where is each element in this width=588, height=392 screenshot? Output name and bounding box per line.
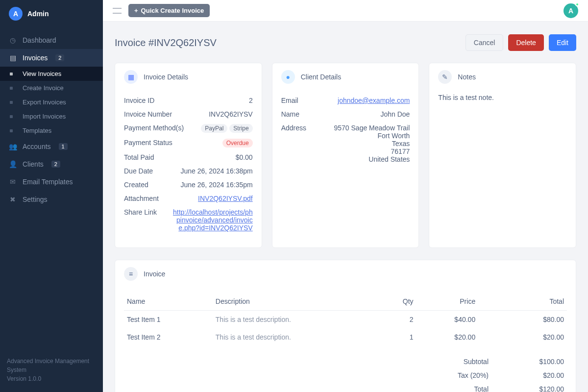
user-avatar[interactable]: A: [9, 7, 23, 21]
card-body: Emailjohndoe@example.com NameJohn Doe Ad…: [272, 91, 419, 179]
notes-card: ✎ Notes This is a test note.: [429, 63, 576, 248]
sidebar-footer: Advanced Invoice Management System Versi…: [0, 351, 103, 392]
detail-value: INV2Q62IYSV.pdf: [198, 195, 253, 202]
envelope-icon: ✉: [9, 178, 17, 186]
pencil-icon: ✎: [438, 70, 452, 84]
total-label: Total: [474, 385, 489, 392]
nav-settings[interactable]: ✖ Settings: [0, 191, 103, 208]
email-link[interactable]: johndoe@example.com: [338, 97, 410, 104]
nav-label: Create Invoice: [23, 84, 64, 92]
invoices-badge: 2: [55, 54, 64, 61]
card-title: Client Details: [301, 73, 341, 81]
total-value: $120.00: [530, 385, 564, 392]
page-header: Invoice #INV2Q62IYSV Cancel Delete Edit: [115, 34, 576, 51]
topbar-left: +Quick Create Invoice: [113, 4, 210, 17]
address-line: United States: [334, 155, 410, 163]
invoice-items-card: ≡ Invoice Name Description Qty Price Tot…: [115, 260, 576, 392]
detail-value: 2: [249, 97, 253, 104]
nav: ◷ Dashboard ▤ Invoices 2 View Invoices C…: [0, 27, 103, 351]
detail-value: June 26, 2024 16:38pm: [181, 167, 253, 175]
address-line: 76177: [334, 147, 410, 155]
page-title: Invoice #INV2Q62IYSV: [115, 37, 217, 49]
item-price: $40.00: [416, 311, 479, 329]
detail-label: Name: [281, 110, 299, 118]
sidebar-header: A Admin: [0, 0, 103, 27]
subnav-export-invoices[interactable]: Export Invoices: [0, 95, 103, 109]
detail-row: Address9570 Sage Meadow TrailFort WorthT…: [281, 121, 410, 166]
card-header: ≡ Invoice: [115, 260, 576, 288]
edit-button[interactable]: Edit: [549, 34, 576, 51]
top-cards: ▦ Invoice Details Invoice ID2 Invoice Nu…: [115, 63, 576, 248]
detail-value: John Doe: [380, 110, 410, 118]
nav-label: Export Invoices: [23, 98, 66, 106]
topbar: +Quick Create Invoice A: [103, 0, 588, 22]
file-lines-icon: ▦: [124, 70, 138, 84]
detail-value: johndoe@example.com: [338, 97, 410, 104]
detail-row: NameJohn Doe: [281, 107, 410, 121]
user-label: Admin: [27, 10, 49, 18]
card-header: ✎ Notes: [429, 63, 576, 91]
content: Invoice #INV2Q62IYSV Cancel Delete Edit …: [103, 22, 588, 392]
share-link[interactable]: http://localhost/projects/phpinvoice/adv…: [173, 208, 253, 232]
detail-label: Total Paid: [124, 153, 154, 161]
detail-row: Invoice ID2: [124, 94, 253, 107]
delete-button[interactable]: Delete: [508, 34, 543, 51]
table-row: Test Item 2 This is a test description. …: [124, 328, 567, 346]
item-qty: 2: [381, 311, 416, 329]
invoices-subnav: View Invoices Create Invoice Export Invo…: [0, 67, 103, 138]
col-name: Name: [124, 293, 213, 311]
payment-method-pill: PayPal: [201, 124, 227, 133]
detail-value: PayPalStripe: [199, 124, 252, 133]
nav-accounts[interactable]: 👥 Accounts 1: [0, 138, 103, 155]
card-header: ● Client Details: [272, 63, 419, 91]
attachment-link[interactable]: INV2Q62IYSV.pdf: [198, 195, 253, 202]
total-label: Tax (20%): [458, 371, 489, 379]
item-name: Test Item 1: [124, 311, 213, 329]
address-line: Fort Worth: [334, 132, 410, 140]
subnav-templates[interactable]: Templates: [0, 123, 103, 138]
cancel-button[interactable]: Cancel: [466, 34, 504, 51]
total-label: Subtotal: [464, 358, 489, 366]
user-menu-avatar[interactable]: A: [564, 3, 578, 18]
detail-row: Payment StatusOverdue: [124, 136, 253, 150]
nav-label: View Invoices: [23, 70, 61, 77]
item-total: $80.00: [478, 311, 567, 329]
detail-row: Payment Method(s)PayPalStripe: [124, 121, 253, 136]
wrench-icon: ✖: [9, 196, 17, 203]
address-line: Texas: [334, 140, 410, 147]
tax-row: Tax (20%)$20.00: [124, 368, 567, 382]
nav-label: Dashboard: [23, 36, 56, 44]
subnav-create-invoice[interactable]: Create Invoice: [0, 81, 103, 95]
card-title: Notes: [458, 73, 476, 81]
detail-value: 9570 Sage Meadow TrailFort WorthTexas761…: [334, 124, 410, 163]
quick-create-button[interactable]: +Quick Create Invoice: [128, 4, 210, 17]
table-header-row: Name Description Qty Price Total: [124, 293, 567, 311]
total-row: Total$120.00: [124, 382, 567, 392]
subnav-view-invoices[interactable]: View Invoices: [0, 67, 103, 81]
gauge-icon: ◷: [9, 36, 17, 44]
detail-row: Due DateJune 26, 2024 16:38pm: [124, 164, 253, 178]
nav-dashboard[interactable]: ◷ Dashboard: [0, 31, 103, 49]
bullet-icon: [9, 115, 17, 118]
bullet-icon: [9, 73, 17, 75]
user-tie-icon: 👤: [9, 160, 17, 168]
menu-toggle-icon[interactable]: [113, 8, 122, 14]
detail-value: Overdue: [220, 139, 253, 147]
item-price: $20.00: [416, 328, 479, 346]
items-table: Name Description Qty Price Total Test It…: [124, 293, 567, 346]
main: +Quick Create Invoice A Invoice #INV2Q62…: [103, 0, 588, 392]
table-row: Test Item 1 This is a test description. …: [124, 311, 567, 329]
item-total: $20.00: [478, 328, 567, 346]
detail-value: INV2Q62IYSV: [209, 110, 253, 118]
page-actions: Cancel Delete Edit: [466, 34, 576, 51]
invoice-details-card: ▦ Invoice Details Invoice ID2 Invoice Nu…: [115, 63, 262, 248]
nav-clients[interactable]: 👤 Clients 2: [0, 155, 103, 173]
nav-email-templates[interactable]: ✉ Email Templates: [0, 173, 103, 191]
card-body: Invoice ID2 Invoice NumberINV2Q62IYSV Pa…: [115, 91, 262, 247]
card-body: Name Description Qty Price Total Test It…: [115, 288, 576, 392]
subnav-import-invoices[interactable]: Import Invoices: [0, 109, 103, 123]
nav-label: Accounts: [23, 143, 51, 150]
nav-invoices[interactable]: ▤ Invoices 2: [0, 49, 103, 67]
bullet-icon: [9, 87, 17, 90]
nav-label: Settings: [23, 196, 48, 203]
